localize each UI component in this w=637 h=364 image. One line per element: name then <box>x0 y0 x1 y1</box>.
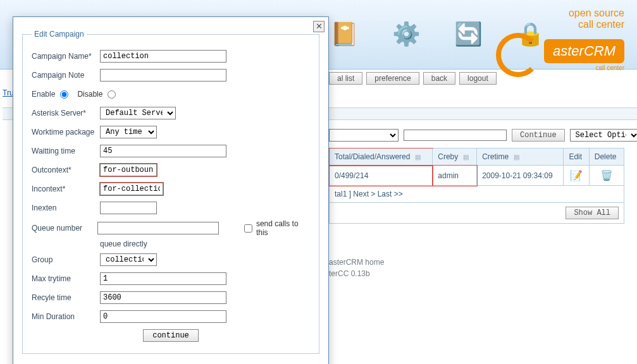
label-recycle: Recyle time <box>32 293 100 302</box>
col-cretime[interactable]: Cretime ▤ <box>477 149 564 166</box>
label-campaign-name: Campaign Name* <box>32 52 100 61</box>
nav-diallist[interactable]: al list <box>329 72 362 85</box>
campaign-grid: Total/Dialed/Answered ▤ Creby ▤ Cretime … <box>329 148 624 224</box>
label-asterisk-server: Asterisk Server* <box>32 109 100 118</box>
input-queue-number[interactable] <box>97 222 219 234</box>
label-campaign-note: Campaign Note <box>32 71 100 80</box>
pager-text[interactable]: tal1 ] Next > Last >> <box>335 190 403 198</box>
brand-line1: open source <box>496 8 624 19</box>
input-campaign-note[interactable] <box>100 69 226 82</box>
col-edit: Edit <box>564 149 589 166</box>
select-worktime[interactable]: Any time <box>100 126 157 138</box>
input-maxtry[interactable] <box>100 272 226 285</box>
main-content: Continue Select Option Total/Dialed/Answ… <box>329 126 624 224</box>
gear-icon[interactable]: ⚙️ <box>391 19 421 49</box>
label-queue: Queue number <box>32 224 97 233</box>
radio-disable[interactable] <box>108 90 116 99</box>
brand-block: open source call center asterCRM call ce… <box>496 8 624 77</box>
label-send-direct-line2: queue directly <box>100 240 310 248</box>
edit-campaign-dialog: ✕ Edit Campaign Campaign Name* Campaign … <box>13 16 329 364</box>
col-totals[interactable]: Total/Dialed/Answered ▤ <box>330 149 433 166</box>
label-minduration: Min Duration <box>32 312 100 321</box>
footer-text: asterCRM home terCC 0.13b <box>329 257 384 279</box>
filter-bar: Continue Select Option <box>329 126 624 148</box>
input-recycle[interactable] <box>100 291 226 304</box>
label-inexten: Inexten <box>32 203 100 212</box>
filter-field-select[interactable] <box>329 129 399 142</box>
label-disable: Disable <box>77 90 102 99</box>
label-maxtry: Max trytime <box>32 274 100 283</box>
nav-back[interactable]: back <box>423 72 455 85</box>
cell-totals: 0/499/214 <box>330 166 433 186</box>
notes-icon[interactable]: 📔 <box>329 19 359 49</box>
filter-select-option[interactable]: Select Option <box>570 129 637 142</box>
show-all-button[interactable]: Show All <box>566 207 619 219</box>
input-outcontext[interactable] <box>100 164 157 176</box>
col-creby[interactable]: Creby ▤ <box>433 149 477 166</box>
label-worktime: Worktime package <box>32 128 100 136</box>
col-delete-label: Delete <box>595 152 617 161</box>
footer-home[interactable]: asterCRM home <box>329 257 384 268</box>
input-waiting-time[interactable] <box>100 145 226 157</box>
edit-icon[interactable]: 📝 <box>570 170 583 181</box>
brand-line2: call center <box>496 19 624 30</box>
cell-cretime: 2009-10-21 09:34:09 <box>477 166 564 186</box>
checkbox-send-direct[interactable] <box>244 224 252 233</box>
radio-enable[interactable] <box>60 90 68 99</box>
label-incontext: Incontext* <box>32 185 100 193</box>
input-inexten[interactable] <box>100 202 157 214</box>
col-edit-label: Edit <box>569 152 582 161</box>
label-outcontext: Outcontext* <box>32 166 100 174</box>
close-icon[interactable]: ✕ <box>313 21 325 32</box>
col-cretime-label: Cretime <box>482 152 509 161</box>
brand-arc-icon <box>496 33 540 77</box>
label-send-direct: send calls to this <box>256 219 310 237</box>
filter-text-input[interactable] <box>404 130 507 141</box>
nav-preference[interactable]: preference <box>366 72 419 85</box>
delete-icon[interactable]: 🗑️ <box>600 170 613 181</box>
sort-icon[interactable]: ▤ <box>463 154 469 161</box>
label-group: Group <box>32 255 100 264</box>
sort-icon[interactable]: ▤ <box>415 154 421 161</box>
refresh-icon[interactable]: 🔄 <box>453 19 483 49</box>
select-group[interactable]: collection <box>100 253 157 266</box>
label-enable: Enable <box>32 90 55 99</box>
select-asterisk-server[interactable]: Default Server <box>100 107 176 119</box>
col-totals-label: Total/Dialed/Answered <box>335 152 410 161</box>
edit-campaign-fieldset: Edit Campaign Campaign Name* Campaign No… <box>22 30 319 354</box>
col-creby-label: Creby <box>438 152 458 161</box>
brand-sub: call center <box>544 64 624 71</box>
cell-creby: admin <box>433 166 477 186</box>
brand-name: asterCRM <box>544 39 624 63</box>
nav-buttons: al list preference back logout <box>329 72 497 85</box>
dialog-continue-button[interactable]: continue <box>143 329 199 342</box>
label-waiting: Waitting time <box>32 147 100 155</box>
input-incontext[interactable] <box>100 183 163 195</box>
nav-logout[interactable]: logout <box>459 72 497 85</box>
sort-icon[interactable]: ▤ <box>514 154 519 161</box>
input-minduration[interactable] <box>100 310 226 323</box>
input-campaign-name[interactable] <box>100 50 226 63</box>
grid-pager: tal1 ] Next > Last >> <box>330 186 624 203</box>
col-delete: Delete <box>589 149 624 166</box>
table-row: 0/499/214 admin 2009-10-21 09:34:09 📝 🗑️ <box>330 166 624 186</box>
footer-version: terCC 0.13b <box>329 268 384 279</box>
filter-continue-button[interactable]: Continue <box>512 129 565 142</box>
dialog-legend: Edit Campaign <box>32 30 87 39</box>
